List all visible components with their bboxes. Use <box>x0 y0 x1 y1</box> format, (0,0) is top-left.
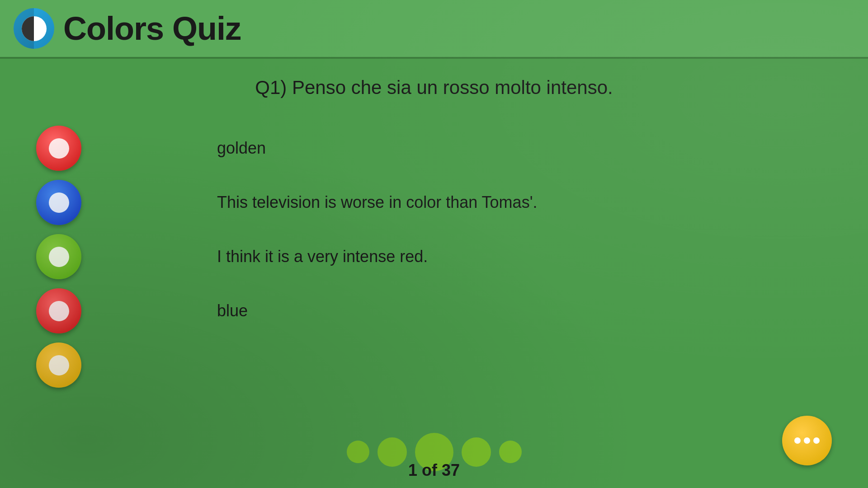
logo-icon <box>22 16 47 41</box>
option-radio-b <box>49 192 69 213</box>
option-row-e <box>36 343 832 388</box>
more-dot-3 <box>813 437 820 444</box>
option-button-b[interactable] <box>36 180 81 225</box>
more-button[interactable] <box>782 416 832 465</box>
option-text-a: golden <box>217 139 266 158</box>
option-row-d: blue <box>36 288 832 333</box>
main-content: Q1) Penso che sia un rosso molto intenso… <box>0 59 868 406</box>
option-row-b: This television is worse in color than T… <box>36 180 832 225</box>
option-text-d: blue <box>217 301 248 320</box>
option-button-a[interactable] <box>36 126 81 171</box>
progress-dot-5 <box>499 441 522 463</box>
page-counter: 1 of 37 <box>408 461 460 480</box>
option-radio-c <box>49 247 69 267</box>
option-row-c: I think it is a very intense red. <box>36 234 832 279</box>
option-button-c[interactable] <box>36 234 81 279</box>
option-text-c: I think it is a very intense red. <box>217 247 428 266</box>
option-text-b: This television is worse in color than T… <box>217 193 538 212</box>
options-list: golden This television is worse in color… <box>0 126 868 388</box>
option-radio-e <box>49 355 69 375</box>
progress-dot-4 <box>462 437 491 467</box>
option-radio-a <box>49 138 69 159</box>
app-header: Colors Quiz <box>0 0 868 59</box>
app-logo <box>14 8 54 49</box>
option-button-e[interactable] <box>36 343 81 388</box>
more-icon <box>794 437 820 444</box>
option-row-a: golden <box>36 126 832 171</box>
option-button-d[interactable] <box>36 288 81 333</box>
progress-dot-1 <box>347 441 369 463</box>
more-dot-2 <box>804 437 810 444</box>
more-dot-1 <box>794 437 801 444</box>
bottom-bar: 1 of 37 <box>0 416 868 488</box>
question-text: Q1) Penso che sia un rosso molto intenso… <box>255 77 613 99</box>
progress-dot-2 <box>377 437 407 467</box>
app-title: Colors Quiz <box>63 10 241 47</box>
option-radio-d <box>49 301 69 321</box>
